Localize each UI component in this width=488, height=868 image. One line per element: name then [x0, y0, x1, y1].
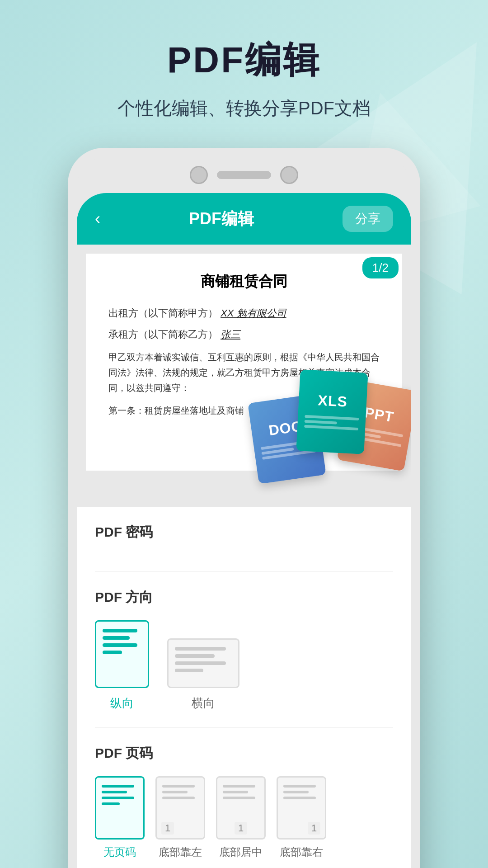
xls-file-icon: XLS: [296, 369, 368, 454]
portrait-label: 纵向: [110, 695, 134, 711]
share-button[interactable]: 分享: [343, 206, 393, 232]
doc-line-1: 出租方（以下简称甲方） XX 勉有限公司: [108, 305, 380, 321]
bottom-center-label: 底部居中: [219, 845, 263, 859]
ppt-label: PPT: [363, 404, 395, 425]
camera-right: [280, 166, 298, 184]
page-title: PDF编辑: [167, 36, 321, 85]
bottom-center-option[interactable]: 1 底部居中: [216, 776, 266, 859]
file-icons-container: DOC XLS: [253, 371, 411, 516]
pdf-pagecode-section: PDF 页码: [95, 728, 393, 868]
xls-lines: [304, 412, 359, 432]
password-title: PDF 密码: [95, 523, 393, 542]
bottom-center-preview: 1: [216, 776, 266, 840]
pagecode-title: PDF 页码: [95, 744, 393, 763]
page-num-left: 1: [161, 822, 174, 835]
phone-mockup: ‹ PDF编辑 分享 1/2 商铺租赁合同 出租方（以下简称甲方） XX 勉有限…: [68, 148, 420, 868]
phone-outer: ‹ PDF编辑 分享 1/2 商铺租赁合同 出租方（以下简称甲方） XX 勉有限…: [68, 148, 420, 868]
app-header: ‹ PDF编辑 分享: [77, 193, 411, 245]
pdf-content-area: 1/2 商铺租赁合同 出租方（以下简称甲方） XX 勉有限公司 承租方（以下简称…: [77, 245, 411, 507]
doc-line-2: 承租方（以下简称乙方） 张三: [108, 326, 380, 342]
bottom-left-option[interactable]: 1 底部靠左: [155, 776, 205, 859]
phone-notch: [77, 157, 411, 193]
camera-left: [190, 166, 208, 184]
no-pagenum-option[interactable]: 无页码: [95, 776, 145, 859]
direction-title: PDF 方向: [95, 588, 393, 607]
landscape-label: 横向: [192, 695, 215, 711]
pdf-direction-section: PDF 方向 纵向: [95, 572, 393, 728]
bottom-left-label: 底部靠左: [159, 845, 202, 859]
page-num-center: 1: [235, 822, 247, 835]
pagenum-options: 无页码 1: [95, 776, 393, 859]
back-button[interactable]: ‹: [95, 209, 100, 228]
pdf-password-section: PDF 密码: [95, 507, 393, 572]
no-pagenum-preview: [95, 776, 145, 840]
bottom-right-preview: 1: [277, 776, 326, 840]
bottom-right-option[interactable]: 1 底部靠右: [277, 776, 326, 859]
bottom-left-preview: 1: [155, 776, 205, 840]
doc-title: 商铺租赁合同: [108, 272, 380, 292]
xls-label: XLS: [318, 392, 348, 410]
phone-screen: ‹ PDF编辑 分享 1/2 商铺租赁合同 出租方（以下简称甲方） XX 勉有限…: [77, 193, 411, 868]
speaker: [217, 171, 271, 179]
settings-panel: PDF 密码 PDF 方向: [77, 507, 411, 868]
landscape-preview: [167, 638, 239, 688]
app-bar-title: PDF编辑: [189, 208, 254, 230]
portrait-option[interactable]: 纵向: [95, 620, 149, 711]
page-num-right: 1: [308, 822, 320, 835]
direction-options: 纵向 横向: [95, 620, 393, 711]
main-container: PDF编辑 个性化编辑、转换分享PDF文档 ‹ PDF编辑 分享 1/2: [0, 0, 488, 868]
no-pagenum-label: 无页码: [103, 845, 136, 859]
page-subtitle: 个性化编辑、转换分享PDF文档: [117, 96, 371, 121]
landscape-option[interactable]: 横向: [167, 638, 239, 711]
page-badge: 1/2: [362, 257, 399, 278]
bottom-right-label: 底部靠右: [280, 845, 323, 859]
portrait-preview: [95, 620, 149, 688]
